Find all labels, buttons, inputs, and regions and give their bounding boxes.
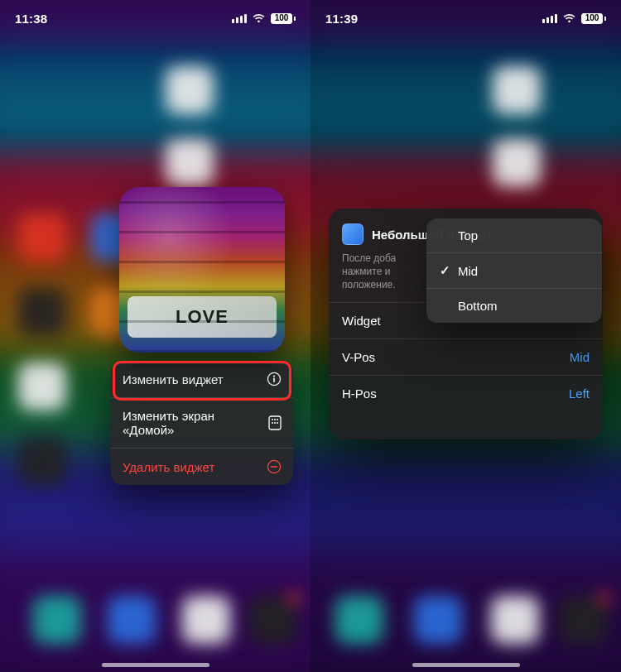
row-key: V-Pos xyxy=(342,350,375,364)
context-menu: Изменить виджет Изменить экран «Домой» У… xyxy=(111,361,293,485)
delete-widget-button[interactable]: Удалить виджет xyxy=(111,448,293,485)
dock-icon-blur xyxy=(33,596,81,644)
home-indicator[interactable] xyxy=(102,663,209,667)
menu-label: Изменить виджет xyxy=(123,372,224,386)
battery-icon: 100 xyxy=(271,13,296,24)
homeicon-blur xyxy=(493,139,541,187)
svg-point-6 xyxy=(277,419,278,420)
dock-icon-blur xyxy=(559,596,607,644)
popover-option-mid[interactable]: ✓ Mid xyxy=(426,252,602,288)
config-row-vpos[interactable]: V-Pos Mid xyxy=(329,338,603,375)
option-label: Mid xyxy=(458,264,478,278)
menu-label: Удалить виджет xyxy=(123,460,214,474)
status-bar: 11:39 100 xyxy=(310,0,621,36)
dock-icon-blur xyxy=(248,596,296,644)
option-label: Top xyxy=(458,228,478,242)
config-row-hpos[interactable]: H-Pos Left xyxy=(329,375,603,411)
dock-icon-blur xyxy=(335,596,383,644)
homeicon-blur xyxy=(18,437,66,485)
row-key: H-Pos xyxy=(342,386,377,401)
svg-point-9 xyxy=(277,422,278,424)
svg-point-8 xyxy=(274,422,276,424)
svg-point-5 xyxy=(274,419,276,420)
dock-icon-blur xyxy=(108,596,156,644)
svg-rect-11 xyxy=(271,466,278,467)
svg-point-1 xyxy=(273,376,275,377)
cellular-icon xyxy=(542,13,557,23)
status-time: 11:38 xyxy=(15,12,47,26)
homeicon-blur xyxy=(166,66,214,114)
row-value: Mid xyxy=(570,350,590,364)
phone-left: 11:38 100 LOVE Изменить виджет xyxy=(0,0,310,672)
cellular-icon xyxy=(232,13,247,23)
widget-caption: LOVE xyxy=(128,296,277,338)
row-value: Left xyxy=(569,386,590,401)
widget-preview[interactable]: LOVE xyxy=(119,187,285,353)
edit-home-button[interactable]: Изменить экран «Домой» xyxy=(111,397,293,448)
popover-option-top[interactable]: Top xyxy=(426,218,602,252)
home-indicator[interactable] xyxy=(412,663,520,667)
wifi-icon xyxy=(562,13,576,23)
battery-icon: 100 xyxy=(581,13,606,24)
row-key: Widget xyxy=(342,314,381,328)
svg-rect-2 xyxy=(273,378,275,382)
dock-icon-blur xyxy=(182,596,230,644)
homeicon-blur xyxy=(18,362,66,410)
homeicon-blur xyxy=(18,214,66,262)
dock-icon-blur xyxy=(491,596,539,644)
edit-widget-button[interactable]: Изменить виджет xyxy=(111,361,293,397)
option-label: Bottom xyxy=(458,299,498,313)
svg-point-4 xyxy=(272,419,273,420)
vpos-popover: Top ✓ Mid Bottom xyxy=(426,218,602,323)
homeicon-blur xyxy=(166,139,214,187)
widget-context-menu: LOVE Изменить виджет Изменить экран «Дом… xyxy=(111,187,293,485)
menu-label: Изменить экран «Домой» xyxy=(123,409,268,437)
dock-icon-blur xyxy=(414,596,462,644)
homeicon-blur xyxy=(18,288,66,336)
status-bar: 11:38 100 xyxy=(0,0,310,36)
homeicon-blur xyxy=(493,66,541,114)
popover-option-bottom[interactable]: Bottom xyxy=(426,288,602,323)
apps-grid-icon xyxy=(268,415,282,430)
info-icon xyxy=(267,372,282,386)
wifi-icon xyxy=(252,13,266,23)
minus-circle-icon xyxy=(267,459,282,474)
phone-right: 11:39 100 Небольшой виджет После доба на… xyxy=(310,0,621,672)
checkmark-icon: ✓ xyxy=(438,263,451,278)
svg-point-7 xyxy=(272,422,273,424)
status-time: 11:39 xyxy=(325,12,358,26)
widget-app-icon xyxy=(342,223,363,245)
